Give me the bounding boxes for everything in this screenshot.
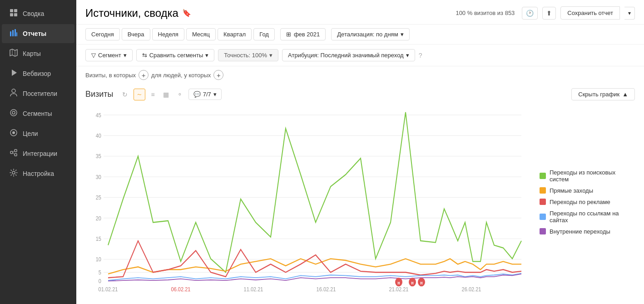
legend-checkbox-search[interactable] xyxy=(540,173,546,179)
metrics-selector-button[interactable]: 💬 7/7 ▾ xyxy=(188,89,222,100)
calendar-icon: ⊞ xyxy=(286,31,291,38)
detail-button[interactable]: Детализация: по дням ▾ xyxy=(331,28,409,40)
export-button[interactable]: ⬆ xyxy=(542,7,556,20)
chart-toolbar-left: Визиты ↻ ～ ≡ ▦ ⚬ 💬 7/7 ▾ xyxy=(85,89,222,100)
sidebar-item-label: Настройка xyxy=(23,170,54,177)
sidebar-item-maps[interactable]: Карты xyxy=(2,44,74,63)
sidebar-item-label: Цели xyxy=(23,130,38,137)
header-right: 100 % визитов из 853 🕐 ⬆ Сохранить отчет… xyxy=(456,6,635,20)
segments-icon xyxy=(9,109,18,119)
legend-item-ads[interactable]: Переходы по рекламе xyxy=(540,199,635,205)
legend-checkbox-ads[interactable] xyxy=(540,199,546,205)
sidebar-item-label: Интеграции xyxy=(23,150,57,157)
segment-filter-button[interactable]: ▽ Сегмент ▾ xyxy=(85,49,133,61)
sidebar-item-summary[interactable]: Сводка xyxy=(2,4,74,23)
page-header: Источники, сводка 🔖 100 % визитов из 853… xyxy=(76,0,644,25)
chart-refresh-button[interactable]: ↻ xyxy=(120,90,130,100)
svg-text:5: 5 xyxy=(99,269,101,276)
add-people-condition-button[interactable]: + xyxy=(213,70,223,80)
sidebar: Сводка Отчеты Карты Вебвизор Посетители … xyxy=(0,0,76,304)
sidebar-item-reports[interactable]: Отчеты xyxy=(2,24,74,43)
sidebar-item-settings[interactable]: Настройка xyxy=(2,164,74,183)
legend-checkbox-direct[interactable] xyxy=(540,187,546,194)
chevron-down-icon: ▾ xyxy=(124,52,127,59)
svg-text:06.02.21: 06.02.21 xyxy=(171,286,191,293)
svg-rect-18 xyxy=(15,150,17,152)
svg-marker-11 xyxy=(12,70,17,76)
save-report-dropdown-button[interactable]: ▾ xyxy=(624,7,635,20)
sidebar-item-goals[interactable]: Цели xyxy=(2,124,74,143)
date-today-button[interactable]: Сегодня xyxy=(85,28,120,40)
svg-text:01.02.21: 01.02.21 xyxy=(99,286,118,293)
chart-scatter-button[interactable]: ⚬ xyxy=(175,90,185,100)
svg-rect-17 xyxy=(10,151,13,154)
svg-text:40: 40 xyxy=(96,132,101,139)
sidebar-item-integrations[interactable]: Интеграции xyxy=(2,144,74,163)
hide-chart-label: Скрыть график xyxy=(578,91,619,98)
save-report-button[interactable]: Сохранить отчет xyxy=(560,6,620,20)
sidebar-item-label: Сводка xyxy=(23,10,44,17)
visits-info: 100 % визитов из 853 xyxy=(456,10,515,16)
svg-rect-19 xyxy=(15,154,17,156)
legend-label-ads: Переходы по рекламе xyxy=(550,199,610,205)
svg-text:н: н xyxy=(411,280,413,285)
svg-rect-1 xyxy=(14,9,17,12)
legend-item-search[interactable]: Переходы из поисковых систем xyxy=(540,169,635,183)
date-quarter-button[interactable]: Квартал xyxy=(218,28,252,40)
filter-icon: ▽ xyxy=(91,52,96,59)
sidebar-item-segments[interactable]: Сегменты xyxy=(2,104,74,123)
summary-icon xyxy=(9,9,18,19)
bookmark-icon[interactable]: 🔖 xyxy=(182,9,191,17)
date-bar: Сегодня Вчера Неделя Месяц Квартал Год ⊞… xyxy=(76,25,644,45)
date-range-button[interactable]: ⊞ фев 2021 xyxy=(280,28,326,40)
svg-text:н: н xyxy=(397,280,400,285)
legend-item-direct[interactable]: Прямые заходы xyxy=(540,187,635,194)
legend-item-internal[interactable]: Внутренние переходы xyxy=(540,228,635,235)
legend-item-links[interactable]: Переходы по ссылкам на сайтах xyxy=(540,210,635,224)
maps-icon xyxy=(9,49,18,59)
svg-rect-6 xyxy=(15,29,16,36)
chat-bubble-icon: 💬 xyxy=(193,91,201,98)
segment-label: Сегмент xyxy=(98,52,121,59)
segment-row: Визиты, в которых + для людей, у которых… xyxy=(76,66,644,84)
chart-svg: 45 40 35 30 25 20 15 10 5 0 01.02.21 06.… xyxy=(85,104,530,299)
compare-label: Сравнить сегменты xyxy=(149,52,203,59)
sidebar-item-label: Вебвизор xyxy=(23,70,51,77)
accuracy-button[interactable]: Точность: 100% ▾ xyxy=(218,49,278,61)
legend-checkbox-links[interactable] xyxy=(540,214,546,220)
goals-icon xyxy=(9,129,18,139)
svg-rect-2 xyxy=(10,13,13,16)
detail-label: Детализация: по дням xyxy=(337,31,398,38)
chevron-down-icon: ▾ xyxy=(406,52,409,59)
chart-legend: Переходы из поисковых систем Прямые захо… xyxy=(535,104,635,299)
sidebar-item-visitors[interactable]: Посетители xyxy=(2,84,74,103)
chart-area: Визиты ↻ ～ ≡ ▦ ⚬ 💬 7/7 ▾ Скрыть график ▲ xyxy=(76,84,644,304)
add-visits-condition-button[interactable]: + xyxy=(139,70,149,80)
chart-bar-button[interactable]: ▦ xyxy=(161,90,171,100)
chart-line-button[interactable]: ～ xyxy=(134,89,145,100)
sidebar-item-label: Отчеты xyxy=(23,30,46,37)
reports-icon xyxy=(9,29,18,39)
hide-chart-button[interactable]: Скрыть график ▲ xyxy=(571,88,635,100)
history-button[interactable]: 🕐 xyxy=(522,7,538,20)
svg-rect-3 xyxy=(14,13,17,16)
chart-smooth-button[interactable]: ≡ xyxy=(149,90,157,100)
date-week-button[interactable]: Неделя xyxy=(152,28,184,40)
svg-rect-0 xyxy=(10,9,13,12)
svg-line-21 xyxy=(13,153,15,155)
attribution-button[interactable]: Атрибуция: Последний значимый переход ▾ xyxy=(282,49,415,61)
date-year-button[interactable]: Год xyxy=(253,28,275,40)
chart-svg-wrapper: 45 40 35 30 25 20 15 10 5 0 01.02.21 06.… xyxy=(85,104,530,299)
sidebar-item-webvisor[interactable]: Вебвизор xyxy=(2,64,74,83)
svg-text:30: 30 xyxy=(96,174,101,180)
legend-checkbox-internal[interactable] xyxy=(540,228,546,234)
svg-text:25: 25 xyxy=(96,194,101,201)
svg-marker-8 xyxy=(10,49,17,56)
chart-container: 45 40 35 30 25 20 15 10 5 0 01.02.21 06.… xyxy=(85,104,635,299)
date-month-button[interactable]: Месяц xyxy=(186,28,216,40)
date-yesterday-button[interactable]: Вчера xyxy=(122,28,150,40)
attribution-help-icon[interactable]: ? xyxy=(419,52,422,59)
compare-segments-button[interactable]: ⇆ Сравнить сегменты ▾ xyxy=(136,49,215,61)
svg-text:10: 10 xyxy=(96,256,101,263)
svg-text:н: н xyxy=(420,280,422,285)
